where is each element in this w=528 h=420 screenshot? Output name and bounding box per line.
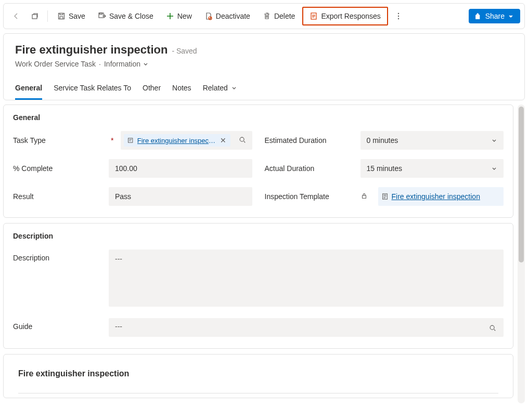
est-duration-field[interactable]: 0 minutes (360, 131, 504, 150)
chevron-down-icon (491, 137, 497, 143)
percent-complete-field[interactable] (109, 159, 252, 178)
pdf-icon (310, 12, 318, 20)
inspection-template-link[interactable]: Fire extinguisher inspection (392, 192, 480, 201)
save-close-button[interactable]: Save & Close (93, 9, 159, 23)
svg-point-16 (490, 325, 494, 330)
svg-rect-2 (60, 14, 63, 15)
new-button[interactable]: New (161, 9, 197, 23)
scrollbar-thumb[interactable] (519, 107, 524, 262)
entity-name: Work Order Service Task (15, 60, 96, 68)
popout-icon (31, 12, 39, 20)
overflow-button[interactable] (390, 9, 407, 23)
chevron-down-icon (491, 165, 497, 172)
export-responses-button[interactable]: Export Responses (304, 9, 385, 23)
label-description: Description (13, 250, 101, 262)
deactivate-button[interactable]: Deactivate (199, 9, 255, 23)
template-icon (381, 193, 389, 200)
svg-rect-5 (99, 13, 102, 15)
lock-icon (360, 192, 368, 201)
task-type-link[interactable]: Fire extinguisher inspection (137, 137, 216, 145)
chevron-down-icon (508, 13, 514, 19)
search-icon[interactable] (236, 134, 249, 147)
divider (47, 10, 48, 22)
chevron-down-icon (231, 85, 237, 91)
share-icon (475, 12, 482, 20)
page-title: Fire extinguisher inspection (15, 43, 168, 57)
tab-general[interactable]: General (15, 80, 42, 100)
section-general: General Task Type * Fire extinguisher in… (3, 104, 513, 218)
save-icon (57, 12, 66, 20)
inspection-template-lookup[interactable]: Fire extinguisher inspection (378, 187, 504, 206)
section-heading: Description (13, 232, 504, 240)
detail-title: Fire extinguisher inspection (18, 369, 498, 378)
tab-strip: General Service Task Relates To Other No… (15, 80, 513, 100)
popout-button[interactable] (27, 9, 43, 23)
record-header: Fire extinguisher inspection - Saved Wor… (3, 33, 525, 100)
export-responses-highlight: Export Responses (302, 7, 388, 25)
label-est-duration: Estimated Duration (265, 136, 353, 145)
save-button[interactable]: Save (52, 9, 91, 23)
svg-rect-0 (32, 15, 37, 19)
result-field[interactable] (109, 187, 252, 206)
section-inspection-detail: Fire extinguisher inspection (3, 354, 513, 398)
entity-icon (127, 137, 134, 144)
section-heading: General (13, 113, 504, 122)
label-percent-complete: % Complete (13, 164, 101, 173)
section-description: Description Description --- Guide --- (3, 223, 513, 349)
actual-duration-field[interactable]: 15 minutes (360, 159, 504, 178)
svg-rect-14 (362, 195, 366, 198)
delete-button[interactable]: Delete (257, 9, 300, 23)
clear-task-type[interactable]: ✕ (219, 136, 227, 145)
deactivate-icon (204, 12, 213, 20)
description-field[interactable]: --- (109, 250, 504, 307)
svg-point-8 (398, 13, 399, 14)
back-button[interactable] (8, 9, 24, 23)
svg-point-9 (398, 16, 399, 17)
task-type-chip: Fire extinguisher inspection ✕ (124, 134, 230, 147)
guide-field[interactable]: --- (109, 318, 504, 337)
share-button[interactable]: Share (469, 9, 520, 23)
scrollbar[interactable] (518, 104, 525, 403)
task-type-lookup[interactable]: Fire extinguisher inspection ✕ (121, 131, 252, 150)
label-guide: Guide (13, 318, 101, 331)
search-icon[interactable] (486, 322, 499, 335)
svg-rect-12 (128, 138, 133, 142)
trash-icon (263, 12, 271, 20)
tab-other[interactable]: Other (143, 80, 161, 100)
tab-notes[interactable]: Notes (172, 80, 191, 100)
label-result: Result (13, 192, 101, 201)
arrow-left-icon (12, 12, 20, 20)
svg-point-13 (240, 137, 244, 141)
svg-rect-3 (60, 17, 63, 19)
more-vertical-icon (394, 12, 403, 20)
svg-rect-1 (59, 14, 65, 19)
tab-relates-to[interactable]: Service Task Relates To (54, 80, 131, 100)
chevron-down-icon (143, 61, 149, 67)
plus-icon (166, 12, 174, 20)
label-task-type: Task Type (13, 136, 101, 145)
save-status: - Saved (172, 47, 197, 55)
required-indicator: * (111, 136, 113, 145)
tab-related[interactable]: Related (203, 80, 237, 100)
form-selector[interactable]: Information (104, 60, 149, 68)
save-close-icon (98, 12, 106, 20)
divider (18, 393, 498, 393)
svg-point-10 (398, 18, 399, 19)
command-bar: Save Save & Close New Deactivate Delete … (3, 3, 525, 29)
label-actual-duration: Actual Duration (265, 164, 353, 173)
label-inspection-template: Inspection Template (265, 192, 353, 201)
